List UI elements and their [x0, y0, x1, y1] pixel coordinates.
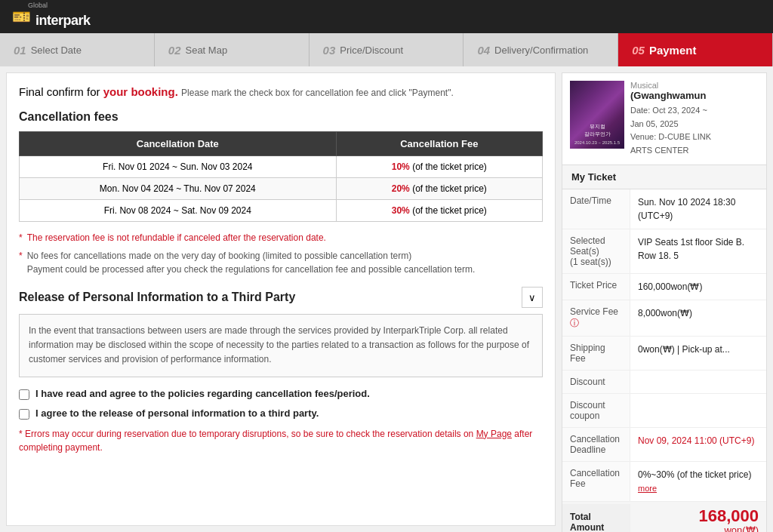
checkbox-third-party-label: I agree to the release of personal infor… — [35, 407, 319, 419]
fee-amount-1: 10% (of the ticket price) — [336, 156, 542, 178]
step-seat-map[interactable]: 02 Seat Map — [155, 33, 310, 66]
ticket-val-ticket-price: 160,000won(₩) — [630, 274, 766, 300]
third-party-section: Release of Personal Information to a Thi… — [19, 287, 543, 308]
ticket-val-cancellation-fee: 0%~30% (of the ticket price) more — [630, 462, 766, 501]
note-no-fee-text: No fees for cancellations made on the ve… — [27, 249, 476, 276]
collapse-button[interactable]: ∨ — [522, 287, 543, 308]
ticket-key-service-fee: Service Fee ⓘ — [562, 300, 630, 336]
logo: 🎫 Global interpark — [12, 7, 91, 27]
event-info: Musical (Gwanghwamun Date: Oct 23, 2024 … — [630, 81, 759, 157]
notes-section: * The reservation fee is not refundable … — [19, 231, 543, 276]
ticket-val-datetime: Sun. Nov 10 2024 18:30 (UTC+9) — [630, 189, 766, 229]
step-num-1: 01 — [14, 44, 26, 57]
ticket-val-discount-coupon — [630, 394, 766, 427]
confirm-prefix: Final confirm for — [19, 85, 103, 98]
third-party-title: Release of Personal Information to a Thi… — [19, 291, 295, 304]
table-row: Fri. Nov 01 2024 ~ Sun. Nov 03 2024 10% … — [20, 156, 543, 178]
confirm-header: Final confirm for your booking. Please m… — [19, 85, 543, 98]
fee-date-1: Fri. Nov 01 2024 ~ Sun. Nov 03 2024 — [20, 156, 337, 178]
event-poster: 뮤지컬 갈라무언가 2024.10.23 ~ 2025.1.5 — [570, 81, 624, 149]
poster-overlay: 뮤지컬 갈라무언가 2024.10.23 ~ 2025.1.5 — [570, 81, 624, 149]
fee-date-2: Mon. Nov 04 2024 ~ Thu. Nov 07 2024 — [20, 178, 337, 200]
fee-col-date: Cancellation Date — [20, 132, 337, 156]
fee-pct-2: 20% — [392, 183, 410, 194]
checkbox-third-party[interactable] — [19, 409, 29, 420]
step-label-5: Payment — [649, 44, 697, 57]
ticket-key-shipping: Shipping Fee — [562, 337, 630, 370]
step-label-1: Select Date — [31, 45, 82, 56]
service-fee-info-icon: ⓘ — [570, 318, 579, 328]
ticket-row-discount: Discount — [562, 371, 766, 394]
main-content: Final confirm for your booking. Please m… — [0, 66, 773, 532]
ticket-val-service-fee: 8,000won(₩) — [630, 300, 766, 336]
note-refund-text: The reservation fee is not refundable if… — [27, 231, 326, 244]
ticket-row-shipping: Shipping Fee 0won(₩) | Pick-up at... — [562, 337, 766, 371]
checkbox-third-party-row: I agree to the release of personal infor… — [19, 407, 543, 420]
more-link[interactable]: more — [638, 484, 657, 493]
ticket-key-seat: Selected Seat(s)(1 seat(s)) — [562, 229, 630, 273]
ticket-val-discount — [630, 371, 766, 393]
step-label-4: Delivery/Confirmation — [494, 45, 588, 56]
step-payment[interactable]: 05 Payment — [618, 33, 773, 66]
checkbox-cancellation-label: I have read and agree to the policies re… — [35, 388, 370, 399]
total-val: 168,000 won(₩) — [630, 502, 766, 532]
step-num-2: 02 — [168, 44, 181, 57]
bullet-icon: * — [19, 231, 23, 244]
total-row: Total Amount 168,000 won(₩) — [562, 502, 766, 532]
total-won-label: won(₩) — [638, 524, 759, 532]
poster-title-korean: 뮤지컬 갈라무언가 2024.10.23 ~ 2025.1.5 — [573, 123, 621, 146]
ticket-val-shipping: 0won(₩) | Pick-up at... — [630, 337, 766, 370]
ticket-row-ticket-price: Ticket Price 160,000won(₩) — [562, 274, 766, 300]
steps-nav: 01 Select Date 02 Seat Map 03 Price/Disc… — [0, 33, 773, 66]
note-no-fee: * No fees for cancellations made on the … — [19, 249, 543, 276]
step-num-5: 05 — [632, 44, 645, 57]
ticket-section: My Ticket Date/Time Sun. Nov 10 2024 18:… — [562, 165, 767, 532]
step-label-3: Price/Discount — [340, 45, 403, 56]
logo-global-text: Global — [28, 2, 83, 9]
logo-name-text: interpark — [35, 14, 91, 27]
step-price-discount[interactable]: 03 Price/Discount — [310, 33, 464, 66]
total-amount-value: 168,000 — [638, 508, 759, 524]
fee-date-3: Fri. Nov 08 2024 ~ Sat. Nov 09 2024 — [20, 200, 337, 222]
confirm-sub: Please mark the check box for cancellati… — [181, 88, 454, 98]
step-select-date[interactable]: 01 Select Date — [0, 33, 155, 66]
fee-table: Cancellation Date Cancellation Fee Fri. … — [19, 131, 543, 222]
logo-icon: 🎫 — [12, 8, 31, 26]
note-refund: * The reservation fee is not refundable … — [19, 231, 543, 244]
ticket-row-cancellation-deadline: Cancellation Deadline Nov 09, 2024 11:00… — [562, 428, 766, 462]
confirm-highlight: your booking. — [103, 85, 178, 98]
ticket-row-service-fee: Service Fee ⓘ 8,000won(₩) — [562, 300, 766, 337]
step-num-4: 04 — [477, 44, 490, 57]
ticket-key-cancellation-fee: Cancellation Fee — [562, 462, 630, 501]
third-party-body: In the event that transactions between u… — [19, 314, 543, 377]
ticket-key-discount: Discount — [562, 371, 630, 393]
event-name: (Gwanghwamun — [630, 90, 759, 101]
error-note: * Errors may occur during reservation du… — [19, 427, 543, 454]
fee-col-fee: Cancellation Fee — [336, 132, 542, 156]
event-date: Date: Oct 23, 2024 ~Jan 05, 2025 — [630, 104, 759, 131]
right-panel: 뮤지컬 갈라무언가 2024.10.23 ~ 2025.1.5 Musical … — [562, 72, 767, 526]
left-panel: Final confirm for your booking. Please m… — [6, 72, 556, 526]
total-key: Total Amount — [562, 504, 630, 532]
ticket-key-discount-coupon: Discount coupon — [562, 394, 630, 427]
ticket-row-discount-coupon: Discount coupon — [562, 394, 766, 428]
fee-amount-2: 20% (of the ticket price) — [336, 178, 542, 200]
ticket-val-seat: VIP Seats 1st floor Side B. Row 18. 5 — [630, 229, 766, 273]
ticket-key-cancellation-deadline: Cancellation Deadline — [562, 428, 630, 461]
error-note-prefix: * Errors may occur during reservation du… — [19, 429, 476, 439]
table-row: Mon. Nov 04 2024 ~ Thu. Nov 07 2024 20% … — [20, 178, 543, 200]
step-delivery[interactable]: 04 Delivery/Confirmation — [463, 33, 618, 66]
step-label-2: Seat Map — [185, 45, 227, 56]
step-num-3: 03 — [323, 44, 336, 57]
fee-amount-3: 30% (of the ticket price) — [336, 200, 542, 222]
my-page-link[interactable]: My Page — [476, 429, 512, 439]
ticket-row-seat: Selected Seat(s)(1 seat(s)) VIP Seats 1s… — [562, 229, 766, 274]
ticket-key-datetime: Date/Time — [562, 189, 630, 229]
ticket-row-cancellation-fee: Cancellation Fee 0%~30% (of the ticket p… — [562, 462, 766, 502]
chevron-down-icon: ∨ — [528, 292, 536, 303]
ticket-row-datetime: Date/Time Sun. Nov 10 2024 18:30 (UTC+9) — [562, 189, 766, 229]
header: 🎫 Global interpark — [0, 0, 773, 33]
table-row: Fri. Nov 08 2024 ~ Sat. Nov 09 2024 30% … — [20, 200, 543, 222]
cancellation-fees-title: Cancellation fees — [19, 110, 543, 124]
checkbox-cancellation[interactable] — [19, 389, 29, 400]
